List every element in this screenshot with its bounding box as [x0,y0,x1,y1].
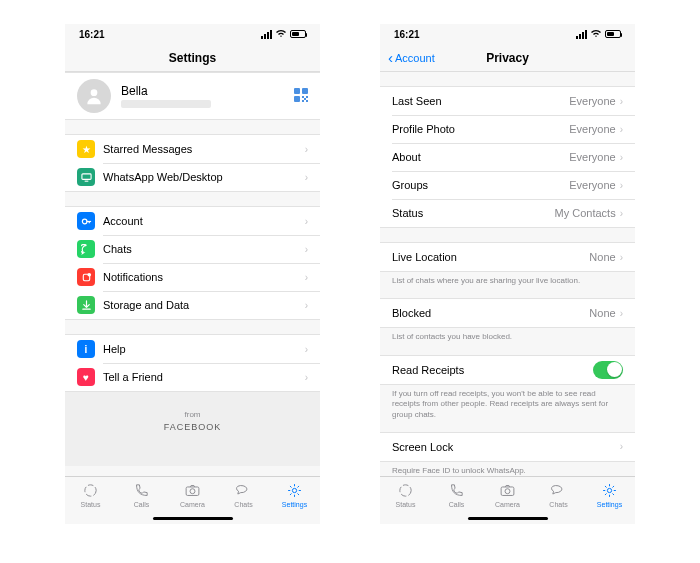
privacy-screen: 16:21 ‹ Account Privacy Last Seen Everyo… [380,24,635,524]
heart-icon: ♥ [77,368,95,386]
chevron-left-icon: ‹ [388,49,393,66]
qr-code-icon[interactable] [294,88,308,105]
from-label: from [65,410,320,419]
starred-messages-row[interactable]: ★ Starred Messages › [65,135,320,163]
tab-label: Chats [234,501,252,508]
live-location-row[interactable]: Live Location None › [380,243,635,271]
svg-rect-3 [294,96,300,102]
svg-rect-8 [306,100,308,102]
settings-content: Bella ★ Starred Messages › WhatsApp Web/… [65,72,320,476]
chat-icon [77,240,95,258]
info-icon: i [77,340,95,358]
row-label: Blocked [392,307,589,319]
row-label: Live Location [392,251,589,263]
screen-lock-row[interactable]: Screen Lock › [380,433,635,461]
chevron-right-icon: › [620,124,623,135]
row-label: WhatsApp Web/Desktop [103,171,305,183]
row-label: Groups [392,179,569,191]
live-location-group: Live Location None › [380,242,635,272]
tab-settings[interactable]: Settings [269,477,320,524]
desktop-icon [77,168,95,186]
profile-row[interactable]: Bella [65,72,320,120]
status-icons [576,29,621,40]
tab-status[interactable]: Status [65,477,116,524]
status-bar: 16:21 [380,24,635,44]
account-row[interactable]: Account › [65,207,320,235]
row-label: Storage and Data [103,299,305,311]
row-label: Screen Lock [392,441,620,453]
read-receipts-group: Read Receipts [380,355,635,385]
star-icon: ★ [77,140,95,158]
storage-icon [77,296,95,314]
row-value: Everyone [569,179,615,191]
row-value: My Contacts [555,207,616,219]
tell-friend-row[interactable]: ♥ Tell a Friend › [65,363,320,391]
signal-icon [576,30,587,39]
svg-rect-7 [304,98,306,100]
notification-icon [77,268,95,286]
tab-label: Status [396,501,416,508]
svg-point-15 [87,272,91,276]
tab-label: Chats [549,501,567,508]
svg-point-23 [607,488,611,492]
row-value: Everyone [569,123,615,135]
svg-point-20 [400,485,411,496]
wifi-icon [590,29,602,40]
storage-row[interactable]: Storage and Data › [65,291,320,319]
chevron-right-icon: › [620,96,623,107]
read-receipts-footer: If you turn off read receipts, you won't… [380,385,635,424]
svg-rect-6 [302,100,304,102]
read-receipts-toggle[interactable] [593,361,623,379]
screen-lock-footer: Require Face ID to unlock WhatsApp. [380,462,635,476]
about-row[interactable]: About Everyone › [380,143,635,171]
row-value: None [589,307,615,319]
profile-photo-row[interactable]: Profile Photo Everyone › [380,115,635,143]
row-label: Read Receipts [392,364,593,376]
settings-group-2: Account › Chats › Notifications › [65,206,320,320]
chats-row[interactable]: Chats › [65,235,320,263]
read-receipts-row: Read Receipts [380,356,635,384]
row-label: Notifications [103,271,305,283]
notifications-row[interactable]: Notifications › [65,263,320,291]
chevron-right-icon: › [305,344,308,355]
blocked-row[interactable]: Blocked None › [380,299,635,327]
svg-point-11 [82,219,87,224]
tab-settings[interactable]: Settings [584,477,635,524]
blocked-group: Blocked None › [380,298,635,328]
home-indicator[interactable] [153,517,233,521]
tab-label: Settings [282,501,307,508]
chevron-right-icon: › [305,272,308,283]
chevron-right-icon: › [305,372,308,383]
page-title: Settings [169,51,216,65]
whatsapp-web-row[interactable]: WhatsApp Web/Desktop › [65,163,320,191]
facebook-footer: from FACEBOOK [65,392,320,466]
tab-label: Camera [495,501,520,508]
status-icons [261,29,306,40]
row-label: About [392,151,569,163]
tab-label: Calls [449,501,465,508]
row-label: Chats [103,243,305,255]
svg-point-0 [91,89,98,96]
key-icon [77,212,95,230]
row-value: Everyone [569,95,615,107]
chevron-right-icon: › [305,216,308,227]
last-seen-row[interactable]: Last Seen Everyone › [380,87,635,115]
row-label: Profile Photo [392,123,569,135]
profile-text: Bella [121,84,294,108]
help-row[interactable]: i Help › [65,335,320,363]
status-row[interactable]: Status My Contacts › [380,199,635,227]
settings-screen: 16:21 Settings Bella ★ [65,24,320,524]
privacy-content: Last Seen Everyone › Profile Photo Every… [380,72,635,476]
tab-label: Status [81,501,101,508]
screen-lock-group: Screen Lock › [380,432,635,462]
back-button[interactable]: ‹ Account [388,49,435,66]
tab-status[interactable]: Status [380,477,431,524]
chevron-right-icon: › [620,180,623,191]
status-time: 16:21 [394,29,420,40]
chevron-right-icon: › [305,300,308,311]
home-indicator[interactable] [468,517,548,521]
privacy-group: Last Seen Everyone › Profile Photo Every… [380,86,635,228]
groups-row[interactable]: Groups Everyone › [380,171,635,199]
nav-bar: ‹ Account Privacy [380,44,635,72]
row-value: None [589,251,615,263]
